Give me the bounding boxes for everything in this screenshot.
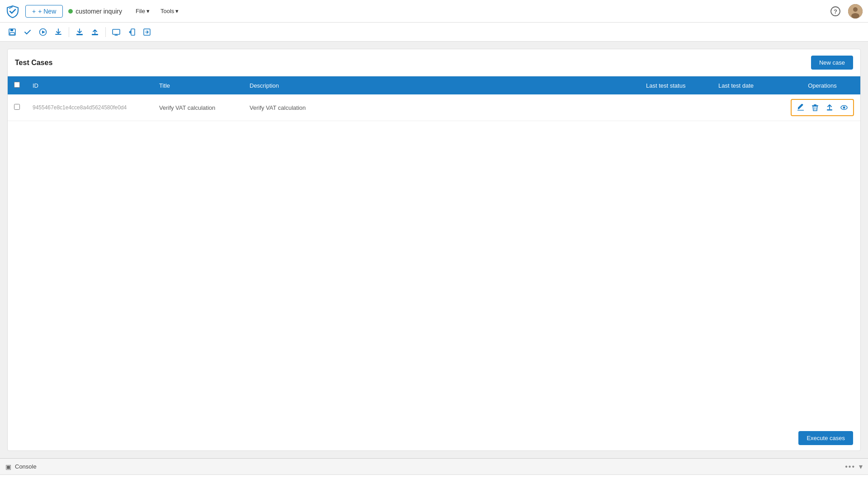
run-button[interactable]	[36, 25, 50, 39]
col-header-desc: Description	[243, 76, 640, 94]
svg-point-4	[853, 7, 858, 12]
console-body	[0, 475, 868, 488]
row-description: Verify VAT calculation	[243, 94, 640, 121]
help-icon[interactable]: ?	[830, 6, 841, 17]
col-header-id: ID	[26, 76, 153, 94]
col-header-check[interactable]	[8, 76, 26, 94]
nav-right: ?	[830, 4, 863, 19]
export-button[interactable]	[52, 25, 65, 39]
console-title: Console	[15, 463, 37, 470]
nav-menu: File ▾ Tools ▾	[131, 6, 183, 16]
new-button-label: + New	[38, 8, 56, 15]
svg-text:?: ?	[834, 8, 837, 15]
upload-case-button[interactable]	[823, 101, 836, 114]
svg-rect-23	[827, 109, 832, 111]
tools-menu-label: Tools	[160, 8, 174, 14]
main-content: Test Cases New case ID Title	[0, 42, 868, 458]
row-id: 9455467e8c1e4cce8a4d5624580fe0d4	[26, 94, 153, 121]
console-expand-icon[interactable]: ▾	[859, 462, 863, 471]
toolbar-separator-1	[69, 27, 69, 37]
edit-button[interactable]	[794, 101, 807, 114]
code-button[interactable]	[125, 25, 138, 39]
select-all-checkbox[interactable]	[14, 82, 20, 88]
console-more-icon[interactable]: •••	[845, 463, 855, 471]
ops-highlighted-group	[791, 99, 854, 116]
execute-cases-button[interactable]: Execute cases	[798, 431, 853, 445]
panel-title: Test Cases	[15, 59, 52, 67]
console-header: ▣ Console ••• ▾	[0, 459, 868, 475]
console-icon: ▣	[5, 463, 11, 470]
row-checkbox[interactable]	[14, 104, 20, 110]
col-header-ops: Operations	[784, 76, 860, 94]
tools-menu[interactable]: Tools ▾	[156, 6, 183, 16]
svg-rect-8	[10, 33, 14, 35]
execute-area: Execute cases	[8, 426, 860, 450]
col-header-date: Last test date	[712, 76, 784, 94]
export2-button[interactable]	[140, 25, 154, 39]
svg-rect-12	[92, 34, 98, 35]
navbar: + + New customer inquiry File ▾ Tools ▾ …	[0, 0, 868, 23]
test-cases-table: ID Title Description Last test status La	[8, 76, 860, 121]
save-button[interactable]	[5, 25, 19, 39]
panel-header: Test Cases New case	[8, 49, 860, 76]
row-title: Verify VAT calculation	[153, 94, 243, 121]
row-last-status	[640, 94, 712, 121]
console-panel: ▣ Console ••• ▾	[0, 458, 868, 488]
table-row: 9455467e8c1e4cce8a4d5624580fe0d4 Verify …	[8, 94, 860, 121]
table-container: ID Title Description Last test status La	[8, 76, 860, 426]
file-menu[interactable]: File ▾	[131, 6, 154, 16]
download-button[interactable]	[73, 25, 86, 39]
svg-marker-10	[42, 30, 45, 33]
row-last-date	[712, 94, 784, 121]
new-case-button[interactable]: New case	[811, 56, 853, 70]
screen-button[interactable]	[109, 25, 123, 39]
plus-icon: +	[32, 8, 36, 15]
project-name: customer inquiry	[75, 8, 122, 15]
row-operations	[784, 94, 860, 121]
project-label: customer inquiry	[68, 8, 122, 15]
svg-rect-7	[10, 29, 13, 31]
table-body: 9455467e8c1e4cce8a4d5624580fe0d4 Verify …	[8, 94, 860, 121]
test-cases-panel: Test Cases New case ID Title	[7, 49, 861, 451]
svg-point-5	[851, 13, 859, 19]
new-button[interactable]: + + New	[25, 5, 63, 18]
ops-cell	[791, 99, 854, 116]
svg-rect-13	[113, 29, 120, 34]
file-chevron-icon: ▾	[146, 8, 150, 14]
col-header-title: Title	[153, 76, 243, 94]
view-button[interactable]	[838, 101, 850, 114]
svg-point-25	[843, 107, 845, 109]
toolbar	[0, 23, 868, 42]
toolbar-separator-2	[105, 27, 106, 37]
col-header-status: Last test status	[640, 76, 712, 94]
tools-chevron-icon: ▾	[175, 8, 179, 14]
user-avatar[interactable]	[848, 4, 863, 19]
row-check[interactable]	[8, 94, 26, 121]
table-header: ID Title Description Last test status La	[8, 76, 860, 94]
svg-rect-11	[76, 34, 83, 35]
check-button[interactable]	[21, 25, 34, 39]
delete-button[interactable]	[809, 101, 821, 114]
upload-button[interactable]	[88, 25, 102, 39]
logo-icon[interactable]	[5, 4, 20, 19]
project-status-dot	[68, 9, 73, 14]
file-menu-label: File	[136, 8, 145, 14]
svg-rect-19	[814, 104, 816, 105]
svg-rect-16	[131, 29, 135, 35]
